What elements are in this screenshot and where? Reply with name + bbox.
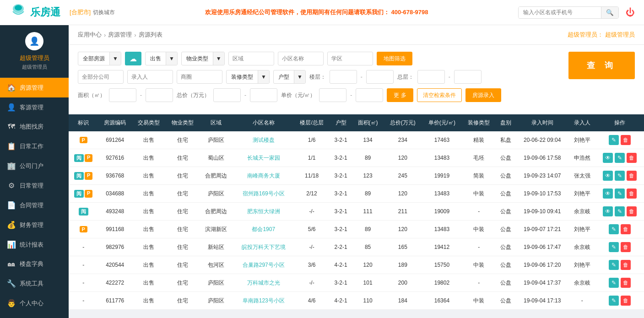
view-button[interactable]: 👁	[603, 189, 613, 199]
cell-floor: 2/12	[294, 185, 330, 203]
breadcrumb: 应用中心 › 房源管理 › 房源列表 超级管理员： 超级管理员	[69, 25, 644, 45]
sidebar-item-company[interactable]: 🏢 公司门户	[0, 156, 69, 176]
community-link[interactable]: 合巢路297号小区	[243, 262, 285, 268]
delete-button[interactable]: 🗑	[621, 296, 631, 306]
unit-price-label: 单价（元/㎡）	[281, 92, 315, 99]
edit-button[interactable]: ✎	[609, 260, 619, 270]
edit-button[interactable]: ✎	[609, 135, 619, 145]
cell-unit-price: 13483	[422, 185, 462, 203]
delete-button[interactable]: 🗑	[621, 260, 631, 270]
more-button[interactable]: 更 多	[387, 88, 413, 102]
transaction-arrow[interactable]: ▼	[166, 52, 177, 65]
community-link[interactable]: 皖投万科天下艺境	[242, 244, 286, 250]
unit-price-max-input[interactable]	[356, 88, 383, 102]
sidebar-item-daily[interactable]: 📋 日常工作	[0, 136, 69, 156]
total-price-max-input[interactable]	[250, 88, 277, 102]
delete-button[interactable]: 🗑	[621, 224, 631, 234]
room-type-arrow[interactable]: ▼	[294, 70, 305, 84]
add-house-button[interactable]: 房源录入	[465, 88, 501, 102]
decoration-arrow[interactable]: ▼	[258, 70, 269, 84]
finance-icon: 💰	[7, 221, 16, 229]
cell-deal: 出售	[132, 203, 166, 221]
delete-button[interactable]: 🗑	[627, 206, 637, 216]
sidebar-item-dailymgr[interactable]: ⚙ 日常管理	[0, 176, 69, 195]
community-link[interactable]: 万科城市之光	[247, 280, 280, 286]
view-button[interactable]: 👁	[603, 206, 613, 216]
edit-button[interactable]: ✎	[615, 171, 625, 181]
mall-input[interactable]	[177, 70, 222, 84]
community-link[interactable]: 南峰商务大厦	[247, 172, 280, 179]
delete-button[interactable]: 🗑	[627, 153, 637, 163]
sidebar-item-contract[interactable]: 📄 合同管理	[0, 195, 69, 215]
switch-city-button[interactable]: 切换城市	[93, 9, 115, 16]
delete-button[interactable]: 🗑	[627, 171, 637, 181]
sidebar-item-map[interactable]: 🗺 地图找房	[0, 117, 69, 136]
total-floor-min-input[interactable]	[417, 70, 445, 84]
cell-action: 👁 ✎ 🗑	[595, 203, 644, 221]
sidebar-item-dict[interactable]: 🏘 楼盘字典	[0, 254, 69, 274]
edit-button[interactable]: ✎	[609, 224, 619, 234]
map-filter-button[interactable]: 地图筛选	[377, 52, 412, 65]
region-input[interactable]	[228, 52, 274, 65]
action-icons: ✎ 🗑	[598, 242, 641, 252]
decoration-select[interactable]: 装修类型 ▼	[226, 70, 270, 84]
edit-button[interactable]: ✎	[615, 189, 625, 199]
view-button[interactable]: 👁	[603, 153, 613, 163]
breadcrumb-mgr[interactable]: 房源管理	[108, 31, 132, 39]
floor-max-input[interactable]	[366, 70, 394, 84]
community-link[interactable]: 宿州路169号小区	[243, 190, 285, 197]
community-link[interactable]: 测试楼盘	[253, 137, 275, 143]
sidebar-item-finance[interactable]: 💰 财务管理	[0, 215, 69, 235]
property-type-arrow[interactable]: ▼	[213, 52, 224, 65]
cell-unit-price: 19009	[422, 203, 462, 221]
search-input[interactable]	[519, 7, 601, 18]
school-input[interactable]	[327, 52, 373, 65]
col-header-total-price: 总价(万元)	[384, 114, 422, 131]
house-type-arrow[interactable]: ▼	[109, 52, 121, 65]
sidebar-item-house[interactable]: 🏠 房源管理	[0, 78, 69, 97]
search-button[interactable]: 🔍	[601, 7, 618, 18]
community-link[interactable]: 肥东恒大绿洲	[247, 208, 280, 215]
community-input[interactable]	[278, 52, 324, 65]
community-link[interactable]: 阜南路123号小区	[243, 297, 285, 304]
room-type-select[interactable]: 户型 ▼	[273, 70, 306, 84]
property-type-select[interactable]: 物业类型 ▼	[181, 52, 225, 65]
area-max-input[interactable]	[146, 88, 173, 102]
transaction-select[interactable]: 出售 ▼	[145, 52, 178, 65]
delete-button[interactable]: 🗑	[627, 189, 637, 199]
cell-region: 新站区	[200, 238, 233, 256]
delete-button[interactable]: 🗑	[621, 278, 631, 288]
company-input[interactable]	[78, 70, 124, 84]
total-price-min-input[interactable]	[213, 88, 241, 102]
sidebar-item-report[interactable]: 📊 统计报表	[0, 235, 69, 254]
cloud-button[interactable]: ☁	[125, 52, 141, 65]
edit-button[interactable]: ✎	[609, 242, 619, 252]
svg-point-1	[15, 5, 22, 11]
breadcrumb-home[interactable]: 应用中心	[78, 31, 102, 39]
delete-button[interactable]: 🗑	[621, 135, 631, 145]
edit-button[interactable]: ✎	[609, 278, 619, 288]
power-button[interactable]: ⏻	[626, 7, 635, 18]
edit-button[interactable]: ✎	[615, 206, 625, 216]
recorder-input[interactable]	[127, 70, 173, 84]
edit-button[interactable]: ✎	[609, 296, 619, 306]
floor-min-input[interactable]	[330, 70, 357, 84]
house-type-select[interactable]: 全部房源 ▼	[78, 52, 121, 65]
clear-button[interactable]: 清空检索条件	[417, 88, 462, 102]
sidebar-item-tools[interactable]: 🔧 系统工具	[0, 274, 69, 293]
sidebar-item-client[interactable]: 👤 客源管理	[0, 97, 69, 117]
edit-button[interactable]: ✎	[615, 153, 625, 163]
community-link[interactable]: 长城天一家园	[247, 155, 280, 161]
table-row: - 422272 出售 住宅 庐阳区 万科城市之光 -/- 3-2-1 101 …	[69, 274, 644, 292]
delete-button[interactable]: 🗑	[621, 242, 631, 252]
sidebar-item-profile[interactable]: 👨 个人中心	[0, 293, 69, 310]
cell-badge: 阅	[69, 203, 98, 221]
unit-price-min-input[interactable]	[319, 88, 346, 102]
community-link[interactable]: 都会1907	[252, 226, 275, 232]
area-min-input[interactable]	[109, 88, 136, 102]
table-row: - 982976 出售 住宅 新站区 皖投万科天下艺境 -/- 2-2-1 85…	[69, 238, 644, 256]
view-button[interactable]: 👁	[603, 171, 613, 181]
query-button[interactable]: 查 询	[568, 52, 635, 79]
total-floor-max-input[interactable]	[454, 70, 482, 84]
cell-deal: 出售	[132, 221, 166, 238]
